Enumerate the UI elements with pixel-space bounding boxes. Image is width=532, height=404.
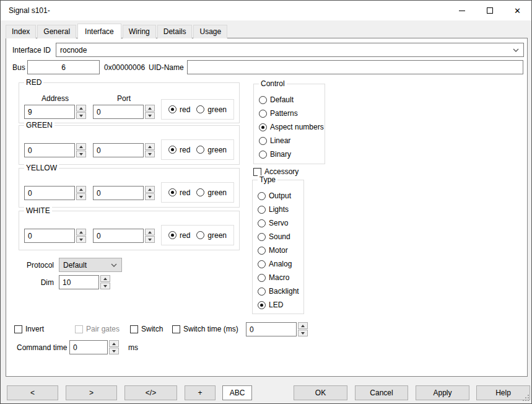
- type-backlight-radio[interactable]: Backlight: [258, 284, 299, 298]
- protocol-label: Protocol: [19, 260, 54, 270]
- command-time-input[interactable]: [69, 340, 108, 354]
- title-bar[interactable]: Signal s101- ✕: [1, 1, 531, 20]
- tab-general[interactable]: General: [37, 25, 76, 38]
- radio-icon: [258, 192, 266, 200]
- protocol-combobox[interactable]: Default: [59, 258, 122, 272]
- group-title: YELLOW: [24, 164, 59, 173]
- arrow-up-icon: [79, 146, 83, 148]
- arrow-up-icon: [148, 231, 152, 234]
- green-port-input[interactable]: [93, 143, 144, 157]
- tab-interface[interactable]: Interface: [77, 24, 121, 39]
- type-output-radio[interactable]: Output: [258, 189, 299, 203]
- group-title: Type: [258, 175, 277, 185]
- red-address-input[interactable]: [24, 105, 75, 119]
- tab-details[interactable]: Details: [157, 25, 193, 38]
- control-binary-radio[interactable]: Binary: [259, 147, 324, 161]
- ok-button[interactable]: OK: [294, 385, 347, 400]
- yellow-address-input[interactable]: [24, 186, 75, 200]
- spin-up-button[interactable]: [76, 186, 86, 193]
- bus-input[interactable]: [27, 60, 100, 74]
- spin-up-button[interactable]: [145, 229, 155, 235]
- arrow-down-icon: [148, 115, 152, 117]
- green-gate-red-radio[interactable]: red: [168, 143, 190, 157]
- spin-down-button[interactable]: [145, 236, 155, 243]
- type-sound-radio[interactable]: Sound: [258, 230, 299, 244]
- apply-button[interactable]: Apply: [416, 385, 469, 400]
- spin-down-button[interactable]: [145, 193, 155, 200]
- type-servo-radio[interactable]: Servo: [258, 216, 299, 230]
- type-motor-radio[interactable]: Motor: [258, 244, 299, 257]
- spin-down-button[interactable]: [109, 348, 119, 354]
- channel-group-yellow: YELLOW red green: [19, 168, 240, 208]
- spin-down-button[interactable]: [76, 193, 86, 200]
- tab-index[interactable]: Index: [6, 25, 36, 38]
- spin-down-button[interactable]: [298, 330, 308, 336]
- red-gate-green-radio[interactable]: green: [196, 103, 227, 116]
- add-button[interactable]: +: [185, 385, 216, 400]
- help-button[interactable]: Help: [476, 385, 530, 400]
- yellow-gate-green-radio[interactable]: green: [196, 186, 227, 200]
- control-patterns-radio[interactable]: Patterns: [259, 107, 324, 120]
- radio-icon: [196, 146, 204, 154]
- control-aspect-numbers-radio[interactable]: Aspect numbers: [259, 120, 324, 134]
- tab-usage[interactable]: Usage: [193, 25, 227, 38]
- maximize-button[interactable]: [476, 1, 504, 20]
- red-port-input[interactable]: [93, 105, 144, 119]
- type-macro-radio[interactable]: Macro: [258, 271, 299, 284]
- type-lights-radio[interactable]: Lights: [258, 203, 299, 216]
- abc-button[interactable]: ABC: [222, 385, 252, 400]
- spin-up-button[interactable]: [76, 229, 86, 235]
- white-address-input[interactable]: [24, 229, 75, 243]
- switch-time-input[interactable]: [246, 322, 297, 336]
- white-port-input[interactable]: [93, 229, 144, 243]
- spin-down-button[interactable]: [100, 283, 110, 289]
- spin-down-button[interactable]: [145, 151, 155, 157]
- spin-up-button[interactable]: [145, 186, 155, 193]
- radio-icon: [258, 247, 266, 255]
- type-analog-radio[interactable]: Analog: [258, 257, 299, 271]
- spin-down-button[interactable]: [76, 112, 86, 119]
- green-address-input[interactable]: [24, 143, 75, 157]
- spin-down-button[interactable]: [76, 236, 86, 243]
- prev-button[interactable]: <: [7, 385, 58, 400]
- arrow-down-icon: [148, 239, 152, 241]
- arrow-down-icon: [79, 153, 83, 156]
- close-button[interactable]: ✕: [504, 1, 531, 20]
- radio-icon: [258, 260, 266, 268]
- control-linear-radio[interactable]: Linear: [259, 134, 324, 147]
- dim-input[interactable]: [59, 275, 99, 289]
- white-gate-green-radio[interactable]: green: [196, 229, 227, 242]
- green-gate-green-radio[interactable]: green: [196, 143, 227, 157]
- spin-up-button[interactable]: [298, 322, 308, 329]
- spin-up-button[interactable]: [76, 105, 86, 112]
- interface-id-combobox[interactable]: rocnode: [56, 43, 524, 57]
- yellow-gate-red-radio[interactable]: red: [168, 186, 190, 200]
- spin-up-button[interactable]: [145, 105, 155, 112]
- next-button[interactable]: >: [66, 385, 117, 400]
- invert-checkbox[interactable]: Invert: [14, 324, 44, 334]
- switch-checkbox[interactable]: Switch: [130, 324, 163, 334]
- port-header: Port: [93, 94, 155, 103]
- uid-name-input[interactable]: [187, 60, 523, 74]
- control-default-radio[interactable]: Default: [259, 93, 324, 107]
- spin-up-button[interactable]: [76, 143, 86, 150]
- red-gate-red-radio[interactable]: red: [168, 103, 190, 116]
- type-group: Type Output Lights Servo Sound Motor Ana…: [252, 180, 304, 314]
- group-title: Control: [259, 79, 287, 89]
- spin-down-button[interactable]: [145, 112, 155, 119]
- xml-button[interactable]: </>: [124, 385, 177, 400]
- cancel-button[interactable]: Cancel: [355, 385, 408, 400]
- resize-grip-icon[interactable]: [523, 395, 530, 402]
- green-address-spinner: [76, 143, 86, 157]
- spin-up-button[interactable]: [100, 275, 110, 282]
- white-gate-panel: red green: [161, 225, 234, 245]
- spin-up-button[interactable]: [109, 340, 119, 347]
- type-led-radio[interactable]: LED: [258, 298, 299, 312]
- tab-wiring[interactable]: Wiring: [123, 25, 156, 38]
- yellow-port-input[interactable]: [93, 186, 144, 200]
- minimize-button[interactable]: [448, 1, 476, 20]
- spin-up-button[interactable]: [145, 143, 155, 150]
- spin-down-button[interactable]: [76, 151, 86, 157]
- switch-time-checkbox[interactable]: Switch time (ms): [172, 324, 238, 334]
- white-gate-red-radio[interactable]: red: [168, 229, 190, 242]
